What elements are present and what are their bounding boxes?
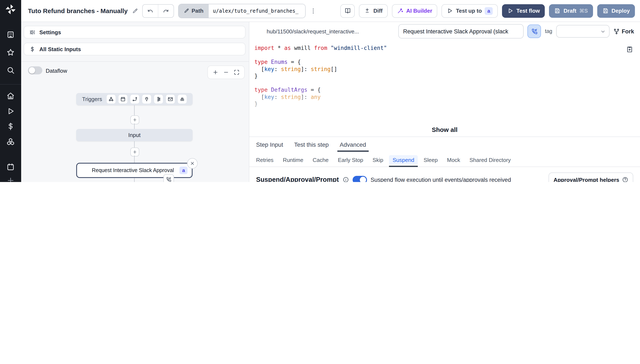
suspend-indicator-badge[interactable] bbox=[163, 174, 174, 182]
trigger-route-icon[interactable] bbox=[130, 95, 139, 104]
insert-step-button[interactable] bbox=[130, 116, 139, 124]
tab-advanced[interactable]: Advanced bbox=[340, 137, 366, 152]
tab-early-stop[interactable]: Early Stop bbox=[338, 153, 363, 167]
zoom-in-button[interactable] bbox=[212, 69, 219, 75]
sidebar-item-favorites[interactable] bbox=[3, 45, 18, 60]
info-icon[interactable] bbox=[343, 177, 349, 182]
step-id-badge: a bbox=[180, 166, 187, 174]
input-label: Input bbox=[128, 132, 140, 138]
dollar-icon bbox=[29, 46, 36, 52]
trigger-kafka-icon[interactable] bbox=[154, 95, 163, 104]
webhook-icon bbox=[108, 96, 114, 102]
pencil-icon bbox=[183, 8, 189, 14]
undo-redo-group bbox=[142, 4, 174, 18]
insert-step-button[interactable] bbox=[130, 148, 139, 156]
tag-select[interactable] bbox=[556, 25, 609, 38]
tab-shared-directory[interactable]: Shared Directory bbox=[469, 153, 511, 167]
sidebar-item-workspace[interactable] bbox=[3, 27, 18, 42]
path-value[interactable]: u/alex/tuto_refund_branches_ bbox=[209, 4, 305, 18]
plus-icon bbox=[132, 118, 137, 122]
tab-mock[interactable]: Mock bbox=[447, 153, 460, 167]
tab-label: Early Stop bbox=[338, 157, 363, 163]
test-up-to-button[interactable]: Test up to a bbox=[442, 4, 498, 18]
slack-approval-step-node[interactable]: Request Interactive Slack Approval (... … bbox=[76, 163, 192, 178]
trigger-webhook-icon[interactable] bbox=[107, 95, 116, 104]
show-all-button[interactable]: Show all bbox=[249, 126, 640, 133]
tab-runtime[interactable]: Runtime bbox=[283, 153, 303, 167]
suspend-enable-toggle[interactable] bbox=[352, 176, 367, 182]
advanced-tabs: RetriesRuntimeCacheEarly StopSkipSuspend… bbox=[256, 153, 511, 167]
tab-label: Step Input bbox=[256, 141, 283, 148]
tab-skip[interactable]: Skip bbox=[372, 153, 383, 167]
static-inputs-label: All Static Inputs bbox=[39, 46, 81, 52]
tab-suspend[interactable]: Suspend bbox=[393, 153, 414, 167]
path-label: Path bbox=[191, 8, 203, 14]
tab-step-input[interactable]: Step Input bbox=[256, 137, 283, 152]
input-node[interactable]: Input bbox=[76, 129, 192, 141]
schedule-icon bbox=[120, 96, 126, 102]
dataflow-toggle[interactable] bbox=[28, 66, 42, 74]
delete-step-button[interactable] bbox=[187, 158, 198, 169]
trigger-websocket-icon[interactable] bbox=[142, 95, 151, 104]
trigger-email-icon[interactable] bbox=[166, 95, 175, 104]
static-inputs-button[interactable]: All Static Inputs bbox=[24, 43, 246, 56]
trigger-schedule-icon[interactable] bbox=[119, 95, 127, 104]
sidebar-item-add[interactable] bbox=[3, 173, 18, 182]
tab-cache[interactable]: Cache bbox=[313, 153, 328, 167]
edge bbox=[134, 124, 135, 129]
fit-view-button[interactable] bbox=[234, 69, 240, 75]
tab-label: Shared Directory bbox=[469, 157, 511, 163]
step-badge: a bbox=[485, 7, 493, 14]
cubes-icon bbox=[6, 138, 15, 146]
phone-incoming-icon bbox=[531, 28, 538, 34]
edge bbox=[134, 105, 135, 116]
star-icon bbox=[6, 48, 15, 57]
suspend-toggle-button[interactable] bbox=[528, 24, 541, 38]
flow-settings-button[interactable]: Settings bbox=[24, 26, 246, 38]
tab-retries[interactable]: Retries bbox=[256, 153, 273, 167]
book-icon bbox=[344, 8, 351, 14]
code-preview[interactable]: import * as wmill from "windmill-client"… bbox=[249, 40, 640, 128]
sidebar-item-resources[interactable] bbox=[3, 134, 18, 149]
fork-label: Fork bbox=[621, 28, 634, 34]
triggers-node[interactable]: Triggers bbox=[76, 93, 192, 105]
tab-label: Test this step bbox=[294, 141, 329, 148]
approval-prompt-helpers-button[interactable]: Approval/Prompt helpers bbox=[548, 172, 633, 182]
step-header: hub/11500/slack/request_interactive... t… bbox=[249, 22, 640, 40]
sidebar-item-home[interactable] bbox=[3, 88, 18, 104]
sidebar-item-schedules[interactable] bbox=[3, 160, 18, 174]
more-menu-button[interactable] bbox=[310, 8, 317, 14]
tab-sleep[interactable]: Sleep bbox=[424, 153, 438, 167]
sidebar-item-variables[interactable] bbox=[3, 119, 18, 134]
trigger-poll-icon[interactable] bbox=[178, 95, 187, 104]
git-fork-icon bbox=[613, 28, 619, 34]
draft-button[interactable]: Draft ⌘S bbox=[549, 4, 593, 18]
undo-button[interactable] bbox=[142, 4, 158, 17]
windmill-logo-icon[interactable] bbox=[5, 4, 17, 15]
path-edit-button[interactable]: Path bbox=[178, 4, 208, 18]
test-flow-button[interactable]: Test flow bbox=[502, 4, 545, 18]
play-icon bbox=[447, 8, 453, 14]
step-summary-input[interactable] bbox=[398, 24, 524, 38]
fork-button[interactable]: Fork bbox=[613, 28, 634, 34]
email-icon bbox=[168, 96, 173, 102]
diff-button[interactable]: Diff bbox=[359, 4, 387, 18]
tab-label: Retries bbox=[256, 157, 273, 163]
sidebar-item-runs[interactable] bbox=[3, 104, 18, 119]
docs-button[interactable] bbox=[340, 4, 355, 18]
hub-script-path[interactable]: hub/11500/slack/request_interactive... bbox=[267, 28, 359, 34]
tab-test-this-step[interactable]: Test this step bbox=[294, 137, 329, 152]
sidebar-item-search[interactable] bbox=[3, 62, 18, 78]
dollar-icon bbox=[6, 122, 15, 131]
zoom-out-button[interactable] bbox=[223, 69, 229, 75]
topbar: Tuto Refund branches - Manually Path u/a… bbox=[21, 0, 640, 22]
edit-title-icon[interactable] bbox=[132, 8, 138, 14]
suspend-title: Suspend/Approval/Prompt bbox=[256, 176, 339, 182]
tab-label: Cache bbox=[313, 157, 328, 163]
route-icon bbox=[132, 96, 138, 102]
redo-button[interactable] bbox=[158, 4, 173, 17]
deploy-button[interactable]: Deploy bbox=[597, 4, 635, 18]
ai-builder-button[interactable]: AI Builder bbox=[392, 4, 438, 18]
copy-code-button[interactable] bbox=[626, 46, 633, 53]
flow-divider bbox=[21, 61, 249, 62]
